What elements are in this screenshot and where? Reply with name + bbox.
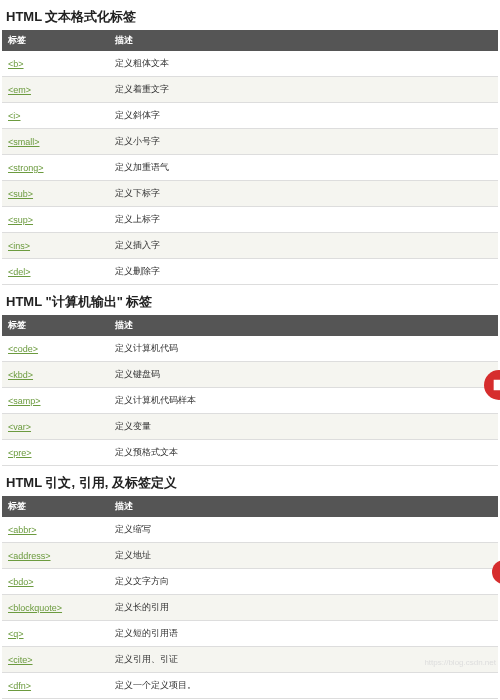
tag-desc: 定义长的引用 bbox=[109, 595, 498, 621]
col-header-desc: 描述 bbox=[109, 496, 498, 517]
tag-link[interactable]: <strong> bbox=[8, 163, 44, 173]
tag-link[interactable]: <cite> bbox=[8, 655, 33, 665]
table-row: <address>定义地址 bbox=[2, 543, 498, 569]
tag-link[interactable]: <sup> bbox=[8, 215, 33, 225]
section-title: HTML "计算机输出" 标签 bbox=[6, 293, 500, 311]
tag-link[interactable]: <code> bbox=[8, 344, 38, 354]
col-header-tag: 标签 bbox=[2, 496, 109, 517]
tag-desc: 定义加重语气 bbox=[109, 155, 498, 181]
table-row: <code>定义计算机代码 bbox=[2, 336, 498, 362]
table-row: <kbd>定义键盘码 bbox=[2, 362, 498, 388]
tag-desc: 定义文字方向 bbox=[109, 569, 498, 595]
table-row: <del>定义删除字 bbox=[2, 259, 498, 285]
tag-link[interactable]: <samp> bbox=[8, 396, 41, 406]
tag-link[interactable]: <small> bbox=[8, 137, 40, 147]
tag-link[interactable]: <em> bbox=[8, 85, 31, 95]
tag-desc: 定义一个定义项目。 bbox=[109, 673, 498, 699]
table-row: <sub>定义下标字 bbox=[2, 181, 498, 207]
tag-desc: 定义插入字 bbox=[109, 233, 498, 259]
tag-link[interactable]: <sub> bbox=[8, 189, 33, 199]
tag-desc: 定义地址 bbox=[109, 543, 498, 569]
tag-link[interactable]: <ins> bbox=[8, 241, 30, 251]
tag-desc: 定义上标字 bbox=[109, 207, 498, 233]
tag-link[interactable]: <abbr> bbox=[8, 525, 37, 535]
tag-desc: 定义删除字 bbox=[109, 259, 498, 285]
tag-desc: 定义下标字 bbox=[109, 181, 498, 207]
tag-desc: 定义斜体字 bbox=[109, 103, 498, 129]
tag-link[interactable]: <q> bbox=[8, 629, 24, 639]
tag-link[interactable]: <kbd> bbox=[8, 370, 33, 380]
table-row: <bdo>定义文字方向 bbox=[2, 569, 498, 595]
section-title: HTML 文本格式化标签 bbox=[6, 8, 500, 26]
tag-link[interactable]: <var> bbox=[8, 422, 31, 432]
tag-desc: 定义键盘码 bbox=[109, 362, 498, 388]
table-row: <q>定义短的引用语 bbox=[2, 621, 498, 647]
tag-link[interactable]: <bdo> bbox=[8, 577, 34, 587]
tag-desc: 定义着重文字 bbox=[109, 77, 498, 103]
tag-link[interactable]: <blockquote> bbox=[8, 603, 62, 613]
tag-link[interactable]: <del> bbox=[8, 267, 31, 277]
table-row: <samp>定义计算机代码样本 bbox=[2, 388, 498, 414]
table-row: <sup>定义上标字 bbox=[2, 207, 498, 233]
table-row: <em>定义着重文字 bbox=[2, 77, 498, 103]
table-row: <i>定义斜体字 bbox=[2, 103, 498, 129]
table-row: <strong>定义加重语气 bbox=[2, 155, 498, 181]
col-header-desc: 描述 bbox=[109, 30, 498, 51]
tag-desc: 定义预格式文本 bbox=[109, 440, 498, 466]
table-row: <blockquote>定义长的引用 bbox=[2, 595, 498, 621]
table-row: <dfn>定义一个定义项目。 bbox=[2, 673, 498, 699]
table-row: <ins>定义插入字 bbox=[2, 233, 498, 259]
table-row: <var>定义变量 bbox=[2, 414, 498, 440]
table-row: <abbr>定义缩写 bbox=[2, 517, 498, 543]
tag-desc: 定义变量 bbox=[109, 414, 498, 440]
tag-desc: 定义小号字 bbox=[109, 129, 498, 155]
col-header-tag: 标签 bbox=[2, 30, 109, 51]
tag-desc: 定义短的引用语 bbox=[109, 621, 498, 647]
table-row: <pre>定义预格式文本 bbox=[2, 440, 498, 466]
tag-link[interactable]: <address> bbox=[8, 551, 51, 561]
col-header-desc: 描述 bbox=[109, 315, 498, 336]
table-row: <b>定义粗体文本 bbox=[2, 51, 498, 77]
tag-link[interactable]: <i> bbox=[8, 111, 21, 121]
tag-desc: 定义计算机代码样本 bbox=[109, 388, 498, 414]
tag-table: 标签 描述 <b>定义粗体文本 <em>定义着重文字 <i>定义斜体字 <sma… bbox=[2, 30, 498, 285]
table-row: <small>定义小号字 bbox=[2, 129, 498, 155]
tag-desc: 定义缩写 bbox=[109, 517, 498, 543]
watermark: https://blog.csdn.net bbox=[424, 658, 496, 667]
section-title: HTML 引文, 引用, 及标签定义 bbox=[6, 474, 500, 492]
tag-desc: 定义计算机代码 bbox=[109, 336, 498, 362]
tag-link[interactable]: <b> bbox=[8, 59, 24, 69]
tag-link[interactable]: <pre> bbox=[8, 448, 32, 458]
tag-link[interactable]: <dfn> bbox=[8, 681, 31, 691]
col-header-tag: 标签 bbox=[2, 315, 109, 336]
tag-desc: 定义粗体文本 bbox=[109, 51, 498, 77]
tag-table: 标签 描述 <code>定义计算机代码 <kbd>定义键盘码 <samp>定义计… bbox=[2, 315, 498, 466]
tag-table: 标签 描述 <abbr>定义缩写 <address>定义地址 <bdo>定义文字… bbox=[2, 496, 498, 699]
